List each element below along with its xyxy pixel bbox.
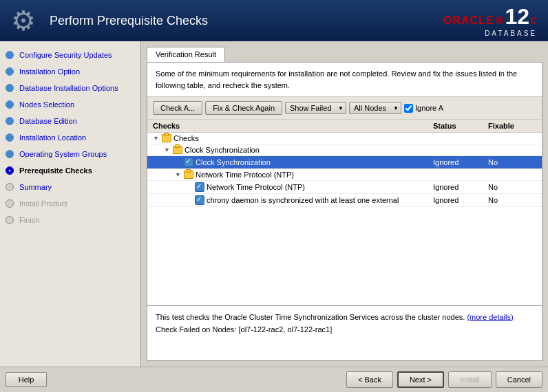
step-indicator: [6, 51, 14, 59]
help-button[interactable]: Help: [6, 372, 47, 387]
table-row[interactable]: chrony daemon is synchronized with at le…: [147, 194, 542, 207]
step-indicator: [6, 100, 14, 109]
show-failed-select-wrapper[interactable]: Show Failed: [285, 102, 346, 114]
sidebar: Configure Security Updates Installation …: [0, 41, 141, 367]
check-a-button[interactable]: Check A...: [153, 101, 202, 115]
sidebar-item-database-installation-options[interactable]: Database Installation Options: [0, 80, 140, 96]
expand-icon[interactable]: ▼: [175, 171, 182, 178]
sidebar-item-installation-location[interactable]: Installation Location: [0, 129, 140, 146]
description-panel: This test checks the Oracle Cluster Time…: [147, 305, 542, 360]
table-row[interactable]: ▼ Clock Synchronization: [147, 144, 542, 156]
install-button: Install: [448, 371, 492, 388]
more-details-link[interactable]: (more details): [467, 313, 513, 321]
sidebar-item-configure-security-updates[interactable]: Configure Security Updates: [0, 47, 140, 63]
table-row[interactable]: Network Time Protocol (NTP) Ignored No: [147, 181, 542, 194]
step-indicator: [6, 216, 14, 224]
tab-verification-result[interactable]: Verification Result: [147, 47, 225, 62]
sidebar-item-operating-system-groups[interactable]: Operating System Groups: [0, 146, 140, 162]
oracle-db-label: DATABASE: [485, 30, 537, 37]
step-indicator: [6, 67, 14, 76]
tab-bar: Verification Result: [147, 47, 542, 62]
bottom-right-buttons: < Back Next > Install Cancel: [346, 371, 542, 388]
sidebar-item-nodes-selection[interactable]: Nodes Selection: [0, 96, 140, 113]
all-nodes-select-wrapper[interactable]: All Nodes: [349, 102, 401, 114]
step-indicator: [6, 133, 14, 142]
check-item-icon: [195, 182, 204, 192]
panel-description: Some of the minimum requirements for ins…: [147, 63, 542, 97]
table-row[interactable]: ▼ Checks: [147, 133, 542, 144]
sidebar-item-database-edition[interactable]: Database Edition: [0, 113, 140, 129]
right-panel: Verification Result Some of the minimum …: [141, 41, 548, 367]
sidebar-item-prerequisite-checks[interactable]: Prerequisite Checks: [0, 162, 140, 179]
check-item-icon: [184, 157, 193, 167]
main-content: Configure Security Updates Installation …: [0, 41, 548, 367]
step-indicator: [6, 166, 14, 175]
step-indicator: [6, 117, 14, 125]
table-header: Checks Status Fixable: [147, 120, 542, 133]
checks-table: Checks Status Fixable ▼ Checks: [147, 120, 542, 305]
expand-icon[interactable]: ▼: [153, 135, 160, 142]
next-button[interactable]: Next >: [397, 371, 444, 388]
panel-content: Some of the minimum requirements for ins…: [147, 62, 542, 361]
oracle-logo: ORACLE ® 12 c DATABASE: [443, 4, 537, 37]
oracle-version: 12: [505, 4, 529, 30]
step-indicator: [6, 199, 14, 208]
back-button[interactable]: < Back: [346, 371, 393, 388]
check-toolbar: Check A... Fix & Check Again Show Failed…: [147, 97, 542, 120]
gear-icon: ⚙: [11, 5, 36, 36]
app-header: ⚙ Perform Prerequisite Checks ORACLE ® 1…: [0, 0, 548, 41]
sidebar-item-install-product: Install Product: [0, 195, 140, 212]
oracle-text: ORACLE: [443, 14, 494, 27]
oracle-version-c: c: [531, 13, 537, 28]
folder-icon: [162, 134, 171, 142]
sidebar-item-summary[interactable]: Summary: [0, 179, 140, 195]
table-row[interactable]: Clock Synchronization Ignored No: [147, 156, 542, 169]
folder-icon: [173, 146, 182, 154]
step-indicator: [6, 150, 14, 158]
sidebar-item-installation-option[interactable]: Installation Option: [0, 63, 140, 80]
fix-check-again-button[interactable]: Fix & Check Again: [205, 101, 282, 115]
step-indicator: [6, 183, 14, 191]
step-indicator: [6, 84, 14, 92]
bottom-bar: Help < Back Next > Install Cancel: [0, 367, 548, 392]
show-failed-select[interactable]: Show Failed: [285, 102, 346, 114]
all-nodes-select[interactable]: All Nodes: [349, 102, 401, 114]
page-title: Perform Prerequisite Checks: [50, 14, 208, 28]
cancel-button[interactable]: Cancel: [496, 371, 542, 388]
ignore-all-container: Ignore A: [404, 104, 443, 113]
sidebar-item-finish: Finish: [0, 212, 140, 228]
ignore-all-checkbox[interactable]: [404, 104, 413, 113]
folder-icon: [184, 171, 193, 179]
table-row[interactable]: ▼ Network Time Protocol (NTP): [147, 169, 542, 181]
check-item-icon: [195, 195, 204, 205]
expand-icon[interactable]: ▼: [164, 146, 171, 153]
